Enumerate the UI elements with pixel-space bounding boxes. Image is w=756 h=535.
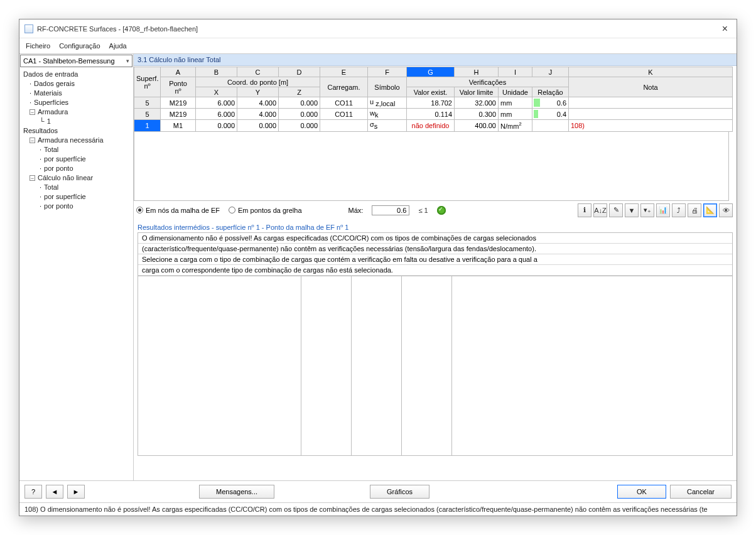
tree-req-total[interactable]: ·Total (37, 145, 131, 154)
tree-reinforcement[interactable]: −Armadura (27, 107, 131, 117)
edit-button[interactable]: ✎ (609, 203, 623, 217)
menu-file[interactable]: Ficheiro (26, 42, 50, 50)
nav-tree: Dados de entrada ·Dados gerais ·Materiai… (19, 68, 133, 480)
window-title: RF-CONCRETE Surfaces - [4708_rf-beton-fl… (37, 25, 718, 33)
max-value[interactable]: 0.6 (372, 205, 409, 215)
messages-button[interactable]: Mensagens... (199, 485, 274, 499)
tree-surfaces[interactable]: ·Superfícies (27, 98, 131, 107)
tree-nl-total[interactable]: ·Total (37, 183, 131, 192)
grid-header-note[interactable]: Nota (569, 77, 733, 97)
grid-col-I[interactable]: I (499, 67, 532, 77)
intermediate-line: Selecione a carga com o tipo de combinaç… (138, 254, 732, 265)
intermediate-column (138, 276, 301, 455)
grid-col-G[interactable]: G (407, 67, 455, 77)
help-button[interactable]: ? (24, 485, 42, 499)
next-button[interactable]: ► (67, 485, 85, 499)
chevron-down-icon: ▾ (126, 58, 129, 64)
table-row[interactable]: 5M2196.0004.0000.000CO11u z,local18.7023… (134, 97, 733, 109)
max-label: Máx: (348, 207, 364, 214)
menu-help[interactable]: Ajuda (109, 42, 127, 50)
titlebar: RF-CONCRETE Surfaces - [4708_rf-beton-fl… (19, 19, 737, 38)
collapse-icon[interactable]: − (30, 109, 35, 115)
app-window: RF-CONCRETE Surfaces - [4708_rf-beton-fl… (19, 19, 737, 516)
info-button[interactable]: ℹ (578, 203, 591, 217)
results-grid[interactable]: Superf. nº A B C D E F G H I J K (134, 67, 733, 132)
grid-header-surf[interactable]: Superf. nº (134, 67, 161, 97)
grid-header-ratio[interactable]: Relação (532, 87, 569, 97)
tree-materials[interactable]: ·Materiais (27, 89, 131, 98)
intermediate-column (452, 276, 555, 455)
intermediate-columns (138, 276, 733, 456)
tree-nonlinear[interactable]: −Cálculo não linear (27, 173, 131, 183)
menu-config[interactable]: Configuração (59, 42, 100, 50)
case-combo[interactable]: CA1 - Stahlbeton-Bemessung ▾ (20, 55, 132, 67)
grid-col-F[interactable]: F (368, 67, 407, 77)
app-icon (24, 24, 33, 33)
tree-reinforcement-1[interactable]: └1 (37, 117, 131, 126)
collapse-icon[interactable]: − (30, 138, 35, 143)
chart-button[interactable]: 📊 (656, 203, 670, 217)
sidebar: CA1 - Stahlbeton-Bemessung ▾ Dados de en… (19, 54, 134, 480)
intermediate-column (402, 276, 452, 455)
grid-header-y[interactable]: Y (237, 87, 279, 97)
print-button[interactable]: 🖨 (688, 203, 701, 217)
close-icon[interactable]: × (718, 23, 732, 35)
tree-nl-by-surface[interactable]: ·por superfície (37, 192, 131, 202)
radio-fe-nodes[interactable]: Em nós da malha de EF (136, 207, 220, 214)
intermediate-line: carga com o correspondente tipo de combi… (138, 265, 732, 276)
grid-header-coord[interactable]: Coord. do ponto [m] (196, 77, 320, 87)
case-combo-value: CA1 - Stahlbeton-Bemessung (23, 57, 126, 65)
grid-toolbar: ℹ A↓Z ✎ ▼ ▾₊ 📊 ⤴ 🖨 📐 👁 (578, 203, 733, 217)
grid-header-point[interactable]: Ponto nº (161, 77, 196, 97)
table-row[interactable]: 1M10.0000.0000.000σsnão definido400.00N/… (134, 120, 733, 131)
tree-general-data[interactable]: ·Dados gerais (27, 79, 131, 89)
radio-grid-points[interactable]: Em pontos da grelha (229, 207, 302, 214)
show-button[interactable]: 👁 (719, 203, 733, 217)
footer: ? ◄ ► Mensagens... Gráficos OK Cancelar (19, 480, 737, 502)
grid-header-symbol[interactable]: Símbolo (368, 77, 407, 97)
grid-col-D[interactable]: D (279, 67, 320, 77)
grid-col-H[interactable]: H (455, 67, 499, 77)
tree-req-by-point[interactable]: ·por ponto (37, 164, 131, 173)
pick-button[interactable]: ⤴ (672, 203, 686, 217)
grid-header-limit[interactable]: Valor limite (455, 87, 499, 97)
intermediate-column (301, 276, 352, 455)
main-pane: 3.1 Cálculo não linear Total Superf. nº … (134, 54, 737, 480)
grid-header-loading[interactable]: Carregam. (320, 77, 368, 97)
grid-col-E[interactable]: E (320, 67, 368, 77)
grid-col-K[interactable]: K (569, 67, 733, 77)
tree-req-by-surface[interactable]: ·por superfície (37, 154, 131, 164)
grid-empty-area (134, 132, 729, 201)
intermediate-message: O dimensionamento não é possível! As car… (138, 232, 733, 276)
collapse-icon[interactable]: − (30, 175, 35, 181)
grid-col-J[interactable]: J (532, 67, 569, 77)
tree-nl-by-point[interactable]: ·por ponto (37, 202, 131, 211)
filter-button[interactable]: ▼ (625, 203, 639, 217)
grid-col-A[interactable]: A (161, 67, 196, 77)
intermediate-line: (característico/frequente/quase-permanen… (138, 244, 732, 254)
grid-options: Em nós da malha de EF Em pontos da grelh… (134, 201, 737, 221)
graphics-button[interactable]: Gráficos (370, 485, 429, 499)
sort-button[interactable]: A↓Z (593, 203, 607, 217)
grid-header-unit[interactable]: Unidade (499, 87, 532, 97)
prev-button[interactable]: ◄ (46, 485, 63, 499)
grid-header-x[interactable]: X (196, 87, 237, 97)
ok-button[interactable]: OK (617, 485, 666, 499)
tree-req-reinforcement[interactable]: −Armadura necessária (27, 136, 131, 145)
grid-header-z[interactable]: Z (279, 87, 320, 97)
tree-input-header: Dados de entrada (21, 70, 131, 79)
grid-col-B[interactable]: B (196, 67, 237, 77)
grid-header-exist[interactable]: Valor exist. (407, 87, 455, 97)
filter-add-button[interactable]: ▾₊ (640, 203, 654, 217)
intermediate-title: Resultados intermédios - superfície nº 1… (134, 221, 737, 232)
statusbar: 108) O dimensionamento não é possível! A… (19, 502, 737, 516)
max-condition: ≤ 1 (418, 207, 428, 214)
cancel-button[interactable]: Cancelar (670, 485, 732, 499)
table-row[interactable]: 5M2196.0004.0000.000CO11wk0.1140.300mm0.… (134, 109, 733, 120)
grid-col-C[interactable]: C (237, 67, 279, 77)
grid-header-verifications[interactable]: Verificações (407, 77, 569, 87)
intermediate-column (352, 276, 402, 455)
menubar: Ficheiro Configuração Ajuda (19, 38, 737, 53)
status-ok-icon (437, 206, 446, 215)
view-toggle-button[interactable]: 📐 (703, 203, 717, 217)
